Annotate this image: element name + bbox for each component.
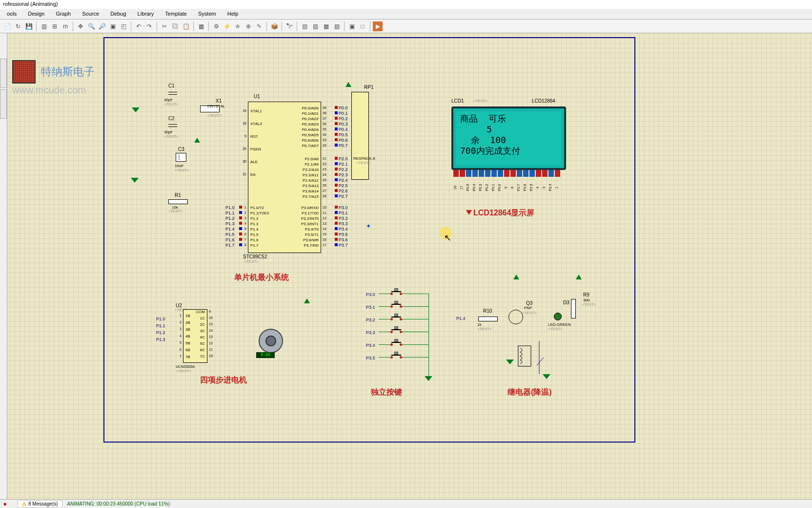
lcd-pin-state <box>529 170 535 177</box>
lcd-pin-state <box>523 170 528 177</box>
mcu-component[interactable]: XTAL119XTAL218RST9PSEN29ALE30EA31P1.0/T2… <box>248 102 321 253</box>
tb-zoomarea-icon[interactable]: ◰ <box>119 21 128 31</box>
tb-block-icon[interactable]: ▦ <box>196 21 206 31</box>
tb-p2-icon[interactable]: □ <box>358 21 367 31</box>
lcd-line1: 商品 可乐 <box>460 113 506 124</box>
tb-zoomfit-icon[interactable]: ▣ <box>108 21 118 31</box>
tb-paste-icon[interactable]: 📋 <box>181 21 191 31</box>
tb-zoomin-icon[interactable]: 🔍 <box>86 21 96 31</box>
tb-cut-icon[interactable]: ✂ <box>160 21 169 31</box>
wire <box>379 332 390 332</box>
tb-redo-icon[interactable]: ↷ <box>144 21 154 31</box>
probe-icon <box>335 122 338 125</box>
rp1-component[interactable] <box>351 92 369 180</box>
mcu-pin-no: 14 <box>323 227 326 231</box>
menu-debug[interactable]: Debug <box>105 10 131 18</box>
lcd-pin-label: P0.0 <box>498 178 503 197</box>
d3-component[interactable] <box>554 313 562 320</box>
tb-a2-icon[interactable]: ▥ <box>310 21 320 31</box>
uln-pin-no: 2 <box>180 320 182 324</box>
tb-a3-icon[interactable]: ▦ <box>321 21 331 31</box>
push-button[interactable] <box>390 304 402 309</box>
tb-t1-icon[interactable]: ⚙ <box>211 21 221 31</box>
net-label: P0.5 <box>339 132 348 137</box>
tb-open-icon[interactable]: ↻ <box>13 21 23 31</box>
push-button[interactable] <box>390 329 402 334</box>
tb-t4-icon[interactable]: ⊕ <box>244 21 253 31</box>
menu-help[interactable]: Help <box>223 10 244 18</box>
toolbar: 📄 ↻ 💾 ▥ ⊞ m ✥ 🔍 🔎 ▣ ◰ ↶ ↷ ✂ ⿻ 📋 ▦ ⚙ ⚡ ✮ … <box>0 20 812 33</box>
c2-textph: <TEXT> <box>164 134 179 139</box>
tb-find-icon[interactable]: 🔭 <box>284 21 294 31</box>
r1-component[interactable] <box>168 199 188 204</box>
tb-copy-icon[interactable]: ⿻ <box>170 21 180 31</box>
tb-a4-icon[interactable]: ▧ <box>332 21 342 31</box>
net-label: P3.3 <box>366 330 375 335</box>
menu-source[interactable]: Source <box>77 10 104 18</box>
r10-textph: <TEXT> <box>477 327 492 331</box>
stop-indicator-icon[interactable]: ■ <box>0 501 10 507</box>
tb-sheet-icon[interactable]: ▥ <box>39 21 49 31</box>
c2-component[interactable] <box>168 123 177 128</box>
tb-t3-icon[interactable]: ✮ <box>233 21 243 31</box>
tb-t5-icon[interactable]: ✎ <box>254 21 264 31</box>
wire <box>402 344 428 345</box>
relay-coil[interactable] <box>517 336 566 380</box>
tb-save-icon[interactable]: 💾 <box>24 21 34 31</box>
uln-pin: 2B <box>185 320 190 325</box>
tb-new-icon[interactable]: 📄 <box>2 21 12 31</box>
probe-icon <box>335 173 338 176</box>
menu-graph[interactable]: Graph <box>51 10 76 18</box>
tb-run-icon[interactable]: ▶ <box>373 21 383 31</box>
probe-icon <box>335 133 338 136</box>
lcd-pin-label: P0.4 <box>472 178 478 197</box>
tb-undo-icon[interactable]: ↶ <box>134 21 143 31</box>
tb-zoomout-icon[interactable]: 🔎 <box>97 21 107 31</box>
messages-button[interactable]: ⚠ 8 Message(s) <box>18 500 62 508</box>
side-tab-1[interactable] <box>0 59 7 88</box>
sheet-frame <box>103 37 635 443</box>
tb-a1-icon[interactable]: ▤ <box>300 21 309 31</box>
menu-tools[interactable]: ools <box>2 10 21 18</box>
push-button[interactable] <box>390 342 402 347</box>
tb-grid-icon[interactable]: ⊞ <box>50 21 60 31</box>
r9-component[interactable] <box>571 299 576 318</box>
c3-component[interactable] <box>176 153 186 162</box>
stepper-motor[interactable] <box>259 329 283 353</box>
uln-pin-no: 4 <box>180 334 182 338</box>
push-button[interactable] <box>390 317 402 321</box>
r10-component[interactable] <box>478 317 498 321</box>
mcu-pin-name: P3.1/TXD <box>302 211 319 215</box>
c2-ref: C2 <box>168 116 175 121</box>
menu-library[interactable]: Library <box>133 10 159 18</box>
tb-p1-icon[interactable]: ▣ <box>347 21 357 31</box>
tb-pkg-icon[interactable]: 📦 <box>269 21 279 31</box>
uln-pin: COM <box>196 310 205 314</box>
tb-snap-icon[interactable]: m <box>61 21 70 31</box>
schematic-canvas[interactable]: 特纳斯电子 www.mcude.com U1 XTAL119XTAL218RST… <box>0 33 812 499</box>
tb-center-icon[interactable]: ✥ <box>76 21 85 31</box>
mcu-pin-name: P2.2/A10 <box>303 168 319 172</box>
uln-component[interactable]: 1B12B23B34B45B56B67B7COM91C162C153C144C1… <box>183 309 207 363</box>
side-tab-2[interactable] <box>0 89 7 119</box>
push-button[interactable] <box>390 291 402 296</box>
probe-icon <box>335 127 338 130</box>
uln-pin: 2C <box>200 322 205 327</box>
net-label: P1.7 <box>225 243 235 248</box>
menu-template[interactable]: Template <box>160 10 192 18</box>
c1-component[interactable] <box>168 90 177 96</box>
menu-design[interactable]: Design <box>23 10 49 18</box>
lcd-component[interactable]: 商品 可乐 5 余 100 700内完成支付 <box>451 106 566 170</box>
q3-component[interactable] <box>508 310 523 324</box>
probe-icon <box>335 227 338 230</box>
uln-pin-no: 15 <box>209 322 213 326</box>
menu-system[interactable]: System <box>193 10 221 18</box>
push-button[interactable] <box>390 355 402 360</box>
mcu-pin-name: P2.1/A9 <box>305 162 319 167</box>
tb-t2-icon[interactable]: ⚡ <box>222 21 232 31</box>
c1-textph: <TEXT> <box>164 102 179 106</box>
menu-bar: ools Design Graph Source Debug Library T… <box>0 9 812 20</box>
vcc-icon <box>194 138 200 143</box>
mcu-pin-name: P2.5/A13 <box>303 184 319 188</box>
q3-ref: Q3 <box>526 300 532 306</box>
